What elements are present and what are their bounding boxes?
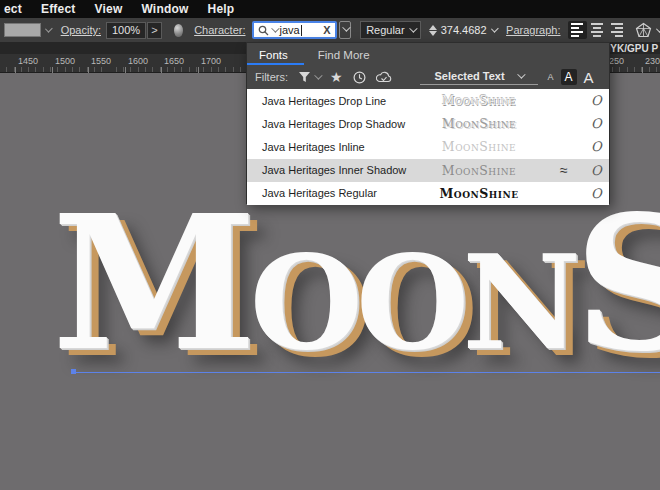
text-anchor-point[interactable] <box>71 369 76 374</box>
paragraph-align-group <box>568 21 627 39</box>
font-row-inline[interactable]: Java Heritages Inline MoonShine O <box>247 135 609 158</box>
menu-bar: ect Effect View Window Help <box>0 0 660 18</box>
font-panel-tabs: Fonts Find More <box>247 43 609 65</box>
text-caret <box>301 25 302 36</box>
tab-fonts[interactable]: Fonts <box>257 46 290 65</box>
ruler-tick: 1700 <box>201 56 221 66</box>
font-row-regular[interactable]: Java Heritages Regular MoonShine O <box>247 182 609 205</box>
favorites-star-icon[interactable]: ★ <box>330 69 343 85</box>
menu-item-effect[interactable]: Effect <box>41 2 76 16</box>
font-preview-sample: MoonShine <box>419 93 539 108</box>
illustrator-window: ect Effect View Window Help Opacity: 100… <box>0 0 660 490</box>
search-scope-chevron-icon[interactable] <box>271 24 279 32</box>
font-name: Java Heritages Inner Shadow <box>262 164 406 176</box>
font-preview-sample: MoonShine <box>419 186 539 201</box>
opacity-input[interactable]: 100% <box>106 22 146 39</box>
recent-clock-icon[interactable] <box>353 71 366 84</box>
activated-fonts-cloud-icon[interactable] <box>376 71 392 83</box>
font-dropdown-button[interactable] <box>339 21 352 39</box>
preview-scope-select[interactable]: Selected Text <box>420 70 538 85</box>
font-style-select[interactable]: Regular <box>360 21 421 39</box>
menu-item-view[interactable]: View <box>95 2 123 16</box>
document-title-fragment: MYK/GPU P <box>602 43 658 54</box>
stroke-profile-select[interactable] <box>4 23 41 37</box>
ruler-tick: 230 <box>645 56 660 66</box>
font-picker-panel: Fonts Find More Filters: ★ <box>246 42 610 204</box>
tab-find-more[interactable]: Find More <box>316 46 372 65</box>
ruler-tick: 1650 <box>164 56 184 66</box>
menu-item-help[interactable]: Help <box>208 2 235 16</box>
font-preview-sample: MoonShine <box>419 116 539 131</box>
font-size-stepper[interactable] <box>429 25 437 36</box>
opentype-icon: O <box>591 93 602 108</box>
chevron-down-icon <box>45 25 52 32</box>
align-center-button[interactable] <box>588 21 607 39</box>
font-filters-row: Filters: ★ Selected Text <box>247 65 609 89</box>
sphere-icon[interactable] <box>174 24 183 37</box>
align-left-button[interactable] <box>568 21 587 39</box>
align-right-button[interactable] <box>608 21 627 39</box>
filter-funnel-icon[interactable] <box>298 71 320 83</box>
opacity-stepper-button[interactable]: > <box>147 22 162 39</box>
font-results-list: Java Heritages Drop Line MoonShine O Jav… <box>247 89 609 205</box>
show-similar-icon[interactable]: ≈ <box>560 162 568 178</box>
chevron-down-icon[interactable] <box>655 25 660 32</box>
opentype-icon: O <box>591 163 602 178</box>
moonshine-lettering[interactable]: MoonShine <box>52 191 660 376</box>
font-name: Java Heritages Inline <box>262 141 365 153</box>
character-label[interactable]: Character: <box>194 24 245 36</box>
search-icon <box>258 25 269 36</box>
step-up-icon[interactable] <box>429 25 437 30</box>
chevron-down-icon <box>342 23 350 31</box>
paragraph-label[interactable]: Paragraph: <box>506 24 560 36</box>
preview-size-group: A A A <box>548 69 594 86</box>
font-name: Java Heritages Drop Line <box>262 95 386 107</box>
search-query-text: java <box>280 24 300 36</box>
font-preview-sample: MoonShine <box>419 139 539 154</box>
font-row-drop-shadow[interactable]: Java Heritages Drop Shadow MoonShine O <box>247 112 609 135</box>
menu-item-partial[interactable]: ect <box>4 2 22 16</box>
control-bar: Opacity: 100% > Character: java X Regula… <box>0 18 660 42</box>
ruler-tick: 1500 <box>55 56 75 66</box>
font-size-input[interactable]: 374.4682 <box>441 24 487 36</box>
preview-size-large-button[interactable]: A <box>584 69 594 86</box>
font-row-drop-line[interactable]: Java Heritages Drop Line MoonShine O <box>247 89 609 112</box>
menu-item-window[interactable]: Window <box>141 2 188 16</box>
preview-size-small-button[interactable]: A <box>548 72 554 82</box>
clear-search-button[interactable]: X <box>323 24 330 36</box>
font-preview-sample: MoonShine <box>419 163 539 178</box>
step-down-icon[interactable] <box>429 31 437 36</box>
opentype-icon: O <box>591 116 602 131</box>
chevron-down-icon <box>409 24 417 32</box>
text-baseline-guide <box>74 372 660 373</box>
ruler-tick: 1550 <box>91 56 111 66</box>
opacity-label[interactable]: Opacity: <box>61 24 101 36</box>
opentype-icon: O <box>591 186 602 201</box>
chevron-down-icon <box>517 70 525 78</box>
filters-label: Filters: <box>255 71 288 83</box>
ruler-tick: 1600 <box>128 56 148 66</box>
opentype-icon: O <box>591 139 602 154</box>
ruler-tick: 1450 <box>18 56 38 66</box>
font-row-inner-shadow-selected[interactable]: Java Heritages Inner Shadow MoonShine ≈ … <box>247 159 609 182</box>
font-style-value: Regular <box>366 24 405 36</box>
preview-scope-value: Selected Text <box>435 70 505 82</box>
chevron-down-icon[interactable] <box>491 25 498 32</box>
polygon-icon[interactable] <box>635 22 652 39</box>
font-name: Java Heritages Drop Shadow <box>262 118 405 130</box>
font-name: Java Heritages Regular <box>262 187 377 199</box>
font-search-input[interactable]: java X <box>252 21 337 39</box>
preview-size-medium-button[interactable]: A <box>561 69 577 85</box>
